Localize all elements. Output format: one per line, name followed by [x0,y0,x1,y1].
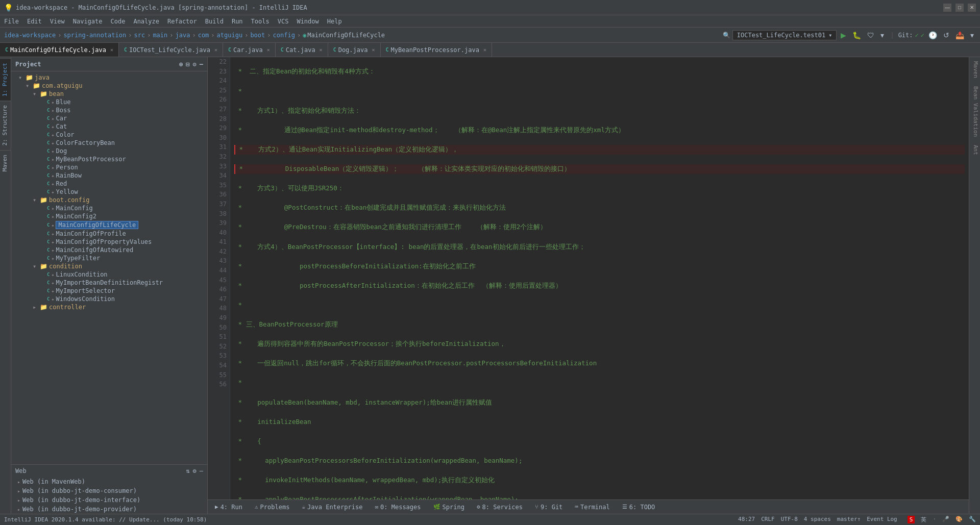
tree-item-car[interactable]: C ✦ Car [11,114,207,122]
bottom-tab-messages[interactable]: ✉ 0: Messages [372,500,424,514]
web-item-dubbo-provider[interactable]: ▸ Web (in dubbo-jt-demo-provider) [11,505,207,514]
bottom-tab-terminal[interactable]: ⌨ Terminal [572,500,612,514]
status-position[interactable]: 48:27 [738,516,755,523]
locate-icon[interactable]: ⊕ [179,61,183,68]
web-minimize-icon[interactable]: — [200,467,203,474]
bc-spring-annotation[interactable]: spring-annotation [63,32,126,39]
side-tab-project[interactable]: 1: Project [0,58,11,101]
git-history-button[interactable]: 🕐 [926,30,939,40]
tree-item-mytypefilter[interactable]: C ✦ MyTypeFilter [11,254,207,262]
tab-close-mybeanpostprocessor[interactable]: ✕ [483,47,486,53]
tree-item-linuxcondition[interactable]: C ✦ LinuxCondition [11,270,207,279]
tab-ioctest[interactable]: C IOCTest_LifeCycle.java ✕ [119,43,223,57]
side-tab-maven[interactable]: Maven [0,150,11,176]
git-revert-button[interactable]: ↺ [941,30,951,40]
web-sort-icon[interactable]: ⇅ [186,467,189,474]
bottom-tab-java-enterprise[interactable]: ☕ Java Enterprise [299,500,365,514]
close-button[interactable]: ✕ [968,4,976,12]
git-checkmark1-icon[interactable]: ✓ [915,32,919,39]
menu-edit[interactable]: Edit [27,18,42,25]
menu-window[interactable]: Window [297,18,318,25]
tree-item-blue[interactable]: C ✦ Blue [11,98,207,106]
right-panel-bean-validation[interactable]: Bean Validation [969,82,980,141]
tree-item-java[interactable]: ▾ 📁 java [11,73,207,82]
bottom-tab-todo[interactable]: ☰ 6: TODO [619,500,658,514]
menu-help[interactable]: Help [327,18,342,25]
git-more-button[interactable]: ▾ [968,30,976,40]
minimize-button[interactable]: — [943,4,951,12]
tree-item-bootconfig[interactable]: ▾ 📁 boot.config [11,196,207,204]
code-text-area[interactable]: * 二、指定Bean的初始化和销毁有4种方式： * * 方式1）、指定初始化和销… [230,57,969,499]
tab-dog[interactable]: C Dog.java ✕ [328,43,381,57]
tree-item-myimportselector[interactable]: C ✦ MyImportSelector [11,287,207,295]
bc-main[interactable]: main [153,32,167,39]
run-config-dropdown[interactable]: IOCTest_LifeCycle.test01 ▾ [732,30,837,40]
bottom-tab-git[interactable]: ⑂ 9: Git [532,500,566,514]
tree-item-red[interactable]: C ✦ Red [11,180,207,188]
minimize-panel-icon[interactable]: — [200,61,203,68]
bottom-tab-services[interactable]: ⚙ 8: Services [474,500,526,514]
bc-java[interactable]: java [176,32,190,39]
tree-item-colorfactorybean[interactable]: C ✦ ColorFactoryBean [11,139,207,147]
settings-icon[interactable]: ⚙ [193,61,197,68]
git-push-button[interactable]: 📤 [953,30,966,40]
status-line-ending[interactable]: CRLF [761,516,775,523]
tree-item-mainconfigofpropertyvalues[interactable]: C ✦ MainConfigOfPropertyValues [11,238,207,246]
tab-car[interactable]: C Car.java ✕ [223,43,276,57]
tree-item-mainconfigoflifecycle[interactable]: C ✦ MainConfigOfLifeCycle [11,220,207,230]
tab-close-dog[interactable]: ✕ [372,47,375,53]
menu-file[interactable]: File [4,18,19,25]
tree-item-myimportbeandefinitionregistr[interactable]: C ✦ MyImportBeanDefinitionRegistr [11,279,207,287]
status-indent[interactable]: 4 spaces [804,516,831,523]
tree-item-mainconfig2[interactable]: C ✦ MainConfig2 [11,212,207,220]
bc-src[interactable]: src [134,32,145,39]
right-panel-maven[interactable]: Maven [969,57,980,82]
tree-item-person[interactable]: C ✦ Person [11,163,207,171]
code-view[interactable]: 22 23 24 25 26 27 28 29 30 31 32 33 [208,57,969,499]
menu-navigate[interactable]: Navigate [73,18,103,25]
web-item-dubbo-consumer[interactable]: ▸ Web (in dubbo-jt-demo-consumer) [11,486,207,495]
web-item-mavenweb[interactable]: ▸ Web (in MavenWeb) [11,477,207,486]
status-encoding[interactable]: UTF-8 [781,516,798,523]
tree-item-comatguigu[interactable]: ▾ 📁 com.atguigu [11,82,207,90]
menu-analyze[interactable]: Analyze [133,18,159,25]
right-panel-ant[interactable]: Ant [969,141,980,159]
tree-item-windowscondition[interactable]: C ✦ WindowsCondition [11,295,207,303]
bottom-tab-run[interactable]: ▶ 4: Run [212,500,246,514]
tab-close-mainconfigoflifecycle[interactable]: ✕ [110,47,113,53]
web-settings-icon[interactable]: ⚙ [193,467,197,474]
status-event-log[interactable]: Event Log [867,516,897,523]
bc-config[interactable]: config [273,32,295,39]
tree-item-color[interactable]: C ✦ Color [11,131,207,139]
tree-item-yellow[interactable]: C ✦ Yellow [11,188,207,196]
menu-code[interactable]: Code [111,18,126,25]
code-editor[interactable]: 22 23 24 25 26 27 28 29 30 31 32 33 [208,57,969,499]
tab-mainconfigoflifecycle[interactable]: C MainConfigOfLifeCycle.java ✕ [0,43,119,57]
menu-tools[interactable]: Tools [251,18,270,25]
tree-item-dog[interactable]: C ✦ Dog [11,147,207,155]
tab-close-ioctest[interactable]: ✕ [214,47,217,53]
tree-item-rainbow[interactable]: C ✦ RainBow [11,171,207,180]
menu-build[interactable]: Build [205,18,224,25]
maximize-button[interactable]: □ [955,4,964,12]
tree-item-mybeanpostprocessor[interactable]: C ✦ MyBeanPostProcessor [11,155,207,163]
run-button[interactable]: ▶ [839,30,848,40]
coverage-button[interactable]: 🛡 [865,30,876,40]
debug-button[interactable]: 🐛 [850,30,863,40]
bc-workspace[interactable]: idea-workspace [4,32,56,39]
git-checkmark2-icon[interactable]: ✓ [921,32,924,39]
tree-item-bean[interactable]: ▾ 📁 bean [11,90,207,98]
bc-atguigu[interactable]: atguigu [217,32,243,39]
collapse-icon[interactable]: ⊟ [186,61,189,68]
tab-mybeanpostprocessor[interactable]: C MyBeanPostProcessor.java ✕ [381,43,492,57]
side-tab-structure[interactable]: 2: Structure [0,101,11,149]
search-icon[interactable]: 🔍 [723,32,730,39]
tree-item-mainconifgofautowired[interactable]: C ✦ MainConifgOfAutowired [11,246,207,254]
bc-com[interactable]: com [198,32,209,39]
web-panel-header[interactable]: Web ⇅ ⚙ — [11,465,207,477]
menu-view[interactable]: View [50,18,65,25]
tree-item-controller[interactable]: ▸ 📁 controller [11,303,207,311]
tree-item-mainconfig[interactable]: C ✦ MainConfig [11,204,207,212]
menu-refactor[interactable]: Refactor [167,18,197,25]
tree-item-condition[interactable]: ▾ 📁 condition [11,262,207,270]
